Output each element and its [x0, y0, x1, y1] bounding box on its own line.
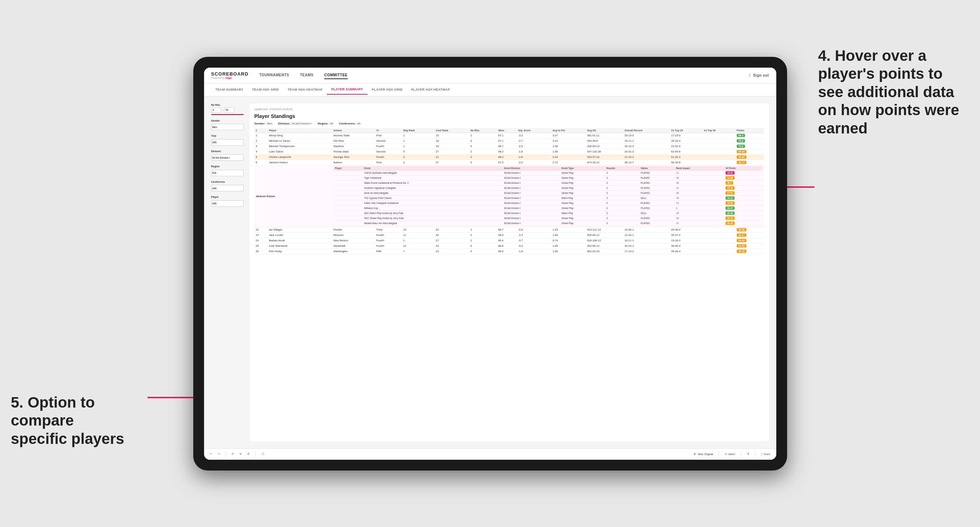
table-row[interactable]: 6 Jackson Kolson Auburn First 2 27 0 87.…	[255, 160, 764, 165]
points-badge[interactable]: 68.2	[737, 134, 745, 137]
w-points-badge[interactable]: 56.18	[725, 217, 734, 220]
nav-teams[interactable]: TEAMS	[300, 71, 314, 79]
subnav-team-h2h-grid[interactable]: TEAM H2H GRID	[248, 85, 283, 94]
cell-wins: 87.5	[497, 160, 517, 165]
tevent-points[interactable]: 45.50	[724, 201, 762, 206]
table-row[interactable]: 5 Christo Lamprecht Georgia Tech Fourth …	[255, 154, 764, 160]
conference-select[interactable]: (All)	[211, 185, 243, 191]
subnav-player-h2h-grid[interactable]: PLAYER H2H GRID	[368, 85, 407, 94]
table-row[interactable]: 1 Wenyi Ding Arizona State First 1 15 1 …	[255, 133, 764, 138]
year-select[interactable]: (All)	[211, 139, 243, 146]
points-badge[interactable]: 66.94	[737, 150, 747, 153]
points-badge[interactable]: 76.2	[737, 139, 745, 143]
table-row[interactable]: 23 Jack Lundin Missouri Fourth 11 24 0 6…	[255, 232, 764, 238]
undo-button[interactable]: ↩	[210, 452, 212, 456]
points-badge[interactable]: 58.49	[737, 250, 747, 253]
tevent-points[interactable]: 57.57	[724, 190, 762, 196]
tooltip-event-row: Wake Forest Invitational at Pinehurst No…	[334, 181, 763, 186]
clock-button[interactable]: 🕐	[261, 452, 264, 456]
table-row[interactable]: 4 Luke Claton Florida State Second 5 27 …	[255, 149, 764, 154]
tevent-points[interactable]: 34.11	[724, 196, 762, 201]
tevent-points[interactable]: 53.60	[724, 176, 762, 181]
points-badge[interactable]: 60.58	[737, 228, 747, 231]
table-row[interactable]: 25 Cole Sherwood Vanderbilt Fourth 12 24…	[255, 243, 764, 249]
table-row[interactable]: 3 Michael Thorbjornsen Stanford Fourth 1…	[255, 143, 764, 149]
share-label[interactable]: Share	[764, 453, 770, 456]
division-select[interactable]: NCAA Division I	[211, 154, 243, 161]
table-row[interactable]: 24 Bastien Amat New Mexico Fourth 1 27 2…	[255, 238, 764, 243]
subnav-team-summary[interactable]: TEAM SUMMARY	[211, 85, 248, 94]
cell-points[interactable]: 60.58	[735, 227, 764, 232]
points-badge[interactable]: 60.02	[737, 239, 747, 242]
tevent-points[interactable]: 43.64	[724, 170, 762, 176]
subnav-team-h2h-heatmap[interactable]: TEAM H2H HEATMAP	[283, 85, 327, 94]
sign-out-button[interactable]: Sign out	[753, 72, 769, 79]
points-badge[interactable]: 70.2	[737, 144, 745, 148]
divider-icon: |	[749, 73, 750, 77]
tooltip-player-name: Jackson Kolson	[255, 165, 332, 227]
share-button[interactable]: ⤴ Share	[761, 453, 770, 456]
cell-points[interactable]: 60.27	[735, 232, 764, 238]
subnav-player-summary[interactable]: PLAYER SUMMARY	[327, 84, 368, 95]
points-badge[interactable]: 60.95	[737, 244, 747, 248]
points-badge[interactable]: 60.27	[737, 233, 747, 237]
cell-points[interactable]: 60.95	[735, 243, 764, 249]
gender-select[interactable]: Men	[211, 124, 243, 130]
download-button[interactable]: ⬇	[747, 452, 749, 456]
cell-points[interactable]: 60.89	[735, 154, 764, 160]
settings-button[interactable]: ⚙	[247, 452, 250, 456]
refresh-button[interactable]: ⟳	[232, 452, 234, 456]
sub-navigation: TEAM SUMMARY TEAM H2H GRID TEAM H2H HEAT…	[204, 83, 776, 97]
w-points-badge[interactable]: 25.38	[725, 211, 734, 215]
w-points-badge[interactable]: 45.50	[725, 202, 734, 205]
cell-points[interactable]: 70.2	[735, 143, 764, 149]
player-select[interactable]: (All)	[211, 200, 243, 207]
w-points-badge[interactable]: 65.40	[725, 222, 734, 225]
w-points-badge[interactable]: 34.11	[725, 197, 734, 200]
cell-player: Petr Hruby	[267, 249, 332, 254]
table-row[interactable]: 22 Ian Gilligan Florida Third 10 24 1 68…	[255, 227, 764, 232]
cell-points[interactable]: 66.94	[735, 149, 764, 154]
cell-points[interactable]: 68.2	[735, 133, 764, 138]
w-points-badge[interactable]: 43.64	[725, 171, 734, 175]
w-points-badge[interactable]: 53.60	[725, 176, 734, 179]
w-points-badge[interactable]: 57.57	[725, 191, 734, 195]
tevent-points[interactable]: 73.33	[724, 186, 762, 190]
filter-player: Player (All)	[211, 196, 243, 207]
copy-button[interactable]: ⧉	[240, 452, 242, 456]
division-filter-value: NCAA Division I	[292, 122, 312, 125]
tevent-points[interactable]: 25.38	[724, 211, 762, 216]
view-original-button[interactable]: 👁 View: Original	[694, 453, 713, 456]
tevent-type: Match Play	[560, 196, 605, 201]
points-badge[interactable]: 60.89	[737, 156, 747, 159]
no-rds-max-input[interactable]	[224, 107, 234, 113]
table-row[interactable]: 2 Michael Le Sasso Ole Miss Second 1 18 …	[255, 138, 764, 143]
tevent-points[interactable]: 65.40	[724, 221, 762, 226]
cell-points[interactable]: 60.02	[735, 238, 764, 243]
redo-button[interactable]: ↪	[218, 452, 220, 456]
region-select[interactable]: N/A	[211, 170, 243, 176]
points-badge[interactable]: 58.18	[737, 161, 747, 164]
w-points-badge[interactable]: 73.33	[725, 186, 734, 190]
tevent-points[interactable]: 30.47	[724, 206, 762, 211]
cell-points[interactable]: 58.18	[735, 160, 764, 165]
conference-label: Conference	[211, 181, 243, 183]
cell-vs25: 26-27-2	[670, 232, 703, 238]
no-rds-min-input[interactable]	[211, 107, 221, 113]
tevent-points[interactable]: 56.18	[724, 216, 762, 221]
cell-avg-par: 1.43	[551, 227, 585, 232]
nav-tournaments[interactable]: TOURNAMENTS	[259, 71, 289, 79]
tevent-points[interactable]: 46.7	[724, 181, 762, 186]
range-slider[interactable]	[211, 114, 243, 115]
nav-committee[interactable]: COMMITTEE	[324, 71, 348, 79]
table-row[interactable]: 26 Petr Hruby Washington Fifth 7 23 0 68…	[255, 249, 764, 254]
cell-points[interactable]: 76.2	[735, 138, 764, 143]
watch-button[interactable]: ◎ Watch	[725, 452, 735, 456]
subnav-player-h2h-heatmap[interactable]: PLAYER H2H HEATMAP	[407, 85, 455, 94]
cell-points[interactable]: 58.49	[735, 249, 764, 254]
w-points-badge[interactable]: 30.47	[725, 206, 734, 210]
tevent-player	[334, 176, 363, 181]
w-points-badge[interactable]: 46.7	[725, 181, 733, 184]
view-original-label[interactable]: View: Original	[697, 453, 713, 456]
watch-label[interactable]: Watch	[728, 453, 735, 456]
